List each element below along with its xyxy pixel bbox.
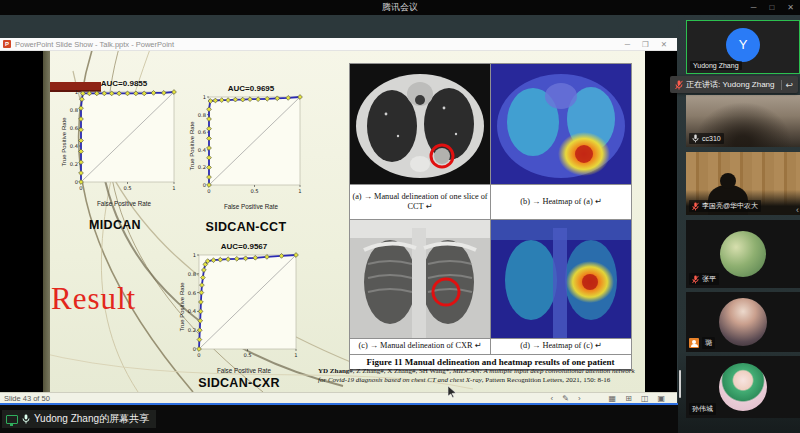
powerpoint-logo-icon: P [3, 40, 11, 48]
cxr-image [350, 220, 490, 338]
svg-text:0.8: 0.8 [198, 112, 206, 118]
see-all-slides-icon[interactable]: ▦ [609, 394, 617, 403]
participant-name: 孙伟城 [692, 404, 713, 414]
roc-chart-sidcan-cct: AUC=0.9695 True Positive Rate 00.20.40.6… [186, 84, 306, 210]
participant-name: 张平 [702, 274, 716, 284]
roc-chart-midcan: AUC=0.9855 True Positive Rate 00.20.40.6… [58, 79, 180, 207]
svg-text:1: 1 [298, 188, 301, 194]
roc-chart-sidcan-cxr: AUC=0.9567 True Positive Rate 00.20.40.6… [176, 242, 302, 374]
share-banner-text: Yudong Zhang的屏幕共享 [34, 412, 149, 426]
svg-text:0.2: 0.2 [188, 327, 196, 333]
svg-text:1: 1 [172, 185, 175, 191]
video-tile-active-speaker[interactable]: Y Yudong Zhang [686, 20, 800, 74]
roc-plot: 00.20.40.60.8100.51 [68, 88, 178, 194]
cxr-heatmap-image [491, 220, 631, 338]
citation-journal: , Pattern Recognition Letters, 2021, 150… [482, 376, 611, 384]
participant-name-label: 李国亮@华中农大 [689, 200, 761, 212]
x-axis-label: False Positive Rate [186, 367, 302, 374]
collapse-sidebar-chevron[interactable]: ‹ [796, 205, 799, 215]
auc-label: AUC=0.9855 [68, 79, 180, 88]
maximize-icon[interactable]: □ [769, 3, 774, 12]
svg-text:0.8: 0.8 [70, 107, 78, 113]
ppt-close-icon[interactable]: ✕ [661, 40, 667, 49]
svg-text:0: 0 [79, 185, 82, 191]
powerpoint-window: P PowerPoint Slide Show - Talk.pptx - Po… [0, 38, 677, 403]
close-icon[interactable]: ✕ [787, 3, 794, 12]
video-tile-lu[interactable]: 璐 [686, 292, 800, 352]
citation: YD Zhang#, Z Zhang#, X Zhang#, SH Wang*,… [318, 367, 640, 385]
app-titlebar: 腾讯会议 ─ □ ✕ [0, 0, 800, 15]
svg-text:0.5: 0.5 [243, 352, 251, 358]
pen-icon[interactable]: ✎ [562, 394, 569, 403]
svg-text:0: 0 [75, 179, 78, 185]
minimize-icon[interactable]: ─ [751, 3, 757, 12]
y-axis-label: True Positive Rate [189, 115, 195, 177]
svg-text:1: 1 [294, 352, 297, 358]
participants-sidebar: Y Yudong Zhang 正在讲话: Yudong Zhang ↩ cc31… [678, 15, 800, 433]
powerpoint-title: PowerPoint Slide Show - Talk.pptx - Powe… [15, 40, 174, 49]
caption-c: (c) → Manual delineation of CXR ↵ [350, 339, 490, 354]
auc-label: AUC=0.9695 [196, 84, 306, 93]
participant-name: 李国亮@华中农大 [702, 201, 758, 211]
caption-a: (a) → Manual delineation of one slice of… [350, 185, 490, 219]
svg-text:0.6: 0.6 [188, 290, 196, 296]
next-slide-icon[interactable]: › [578, 394, 581, 403]
ct-heatmap-image [491, 64, 631, 184]
slideshow-stage: Result AUC=0.9855 True Positive Rate 00.… [0, 51, 677, 392]
ct-image [350, 64, 490, 184]
display-settings-icon[interactable]: ◫ [641, 394, 649, 403]
mic-muted-icon [675, 80, 683, 90]
svg-text:0.8: 0.8 [188, 271, 196, 277]
zoom-slide-icon[interactable]: ⊞ [625, 394, 632, 403]
auc-label: AUC=0.9567 [186, 242, 302, 251]
window-controls: ─ □ ✕ [751, 0, 794, 15]
mic-muted-icon [692, 202, 699, 211]
speaking-toast-text: 正在讲话: Yudong Zhang [686, 79, 775, 90]
participant-name: Yudong Zhang [693, 62, 739, 69]
caption-d: (d) → Heatmap of (c) ↵ [491, 339, 631, 354]
toast-reply-icon[interactable]: ↩ [785, 80, 793, 90]
speaking-toast[interactable]: 正在讲话: Yudong Zhang ↩ [670, 76, 798, 93]
mic-icon [692, 134, 699, 143]
video-tile-zhangping[interactable]: 张平 [686, 220, 800, 288]
powerpoint-window-controls: ─ ❐ ✕ [625, 40, 677, 49]
avatar [719, 363, 767, 411]
app-title: 腾讯会议 [382, 1, 418, 14]
slideshow-view-icon[interactable]: ▣ [657, 394, 665, 403]
svg-text:0.2: 0.2 [198, 164, 206, 170]
svg-text:0.2: 0.2 [70, 161, 78, 167]
figure-panel: (a) → Manual delineation of one slice of… [349, 63, 632, 371]
citation-authors: #, Z Zhang#, X Zhang#, SH Wang*, [349, 367, 452, 375]
powerpoint-titlebar: P PowerPoint Slide Show - Talk.pptx - Po… [0, 38, 677, 51]
toast-divider [781, 80, 782, 90]
svg-text:0.5: 0.5 [123, 185, 131, 191]
roc-plot: 00.20.40.60.8100.51 [186, 251, 300, 361]
svg-text:0.4: 0.4 [70, 143, 79, 149]
svg-text:1: 1 [75, 89, 78, 95]
sidebar-scrollbar[interactable] [679, 370, 681, 398]
video-tile-sunweicheng[interactable]: 孙伟城 [686, 356, 800, 418]
participant-name: 璐 [702, 337, 715, 349]
model-label-sidcan-cct: SIDCAN-CCT [181, 220, 311, 234]
svg-text:0.5: 0.5 [250, 188, 258, 194]
participant-name-label: Yudong Zhang [690, 61, 742, 70]
previous-slide-icon[interactable]: ‹ [551, 394, 554, 403]
svg-text:0: 0 [203, 182, 206, 188]
slide-indicator: Slide 43 of 50 [4, 394, 50, 403]
caption-b: (b) → Heatmap of (a) ↵ [491, 185, 631, 219]
participant-name-label: cc310 [689, 133, 724, 144]
x-axis-label: False Positive Rate [68, 200, 180, 207]
mic-muted-icon [692, 275, 699, 284]
participant-name: cc310 [702, 135, 721, 142]
video-tile-liguoliang[interactable]: 李国亮@华中农大 [686, 152, 800, 215]
ppt-minimize-icon[interactable]: ─ [625, 40, 630, 49]
mic-icon [22, 414, 30, 424]
y-axis-label: True Positive Rate [61, 111, 67, 173]
x-axis-label: False Positive Rate [196, 203, 306, 210]
slide: Result AUC=0.9855 True Positive Rate 00.… [43, 51, 645, 392]
ppt-restore-icon[interactable]: ❐ [642, 40, 649, 49]
slideshow-toolbar: ‹ ✎ › ▦ ⊞ ◫ ▣ [551, 394, 677, 403]
video-tile-cc310[interactable]: cc310 [686, 95, 800, 147]
citation-first-author: YD Zhang [318, 367, 349, 375]
avatar [719, 298, 767, 346]
